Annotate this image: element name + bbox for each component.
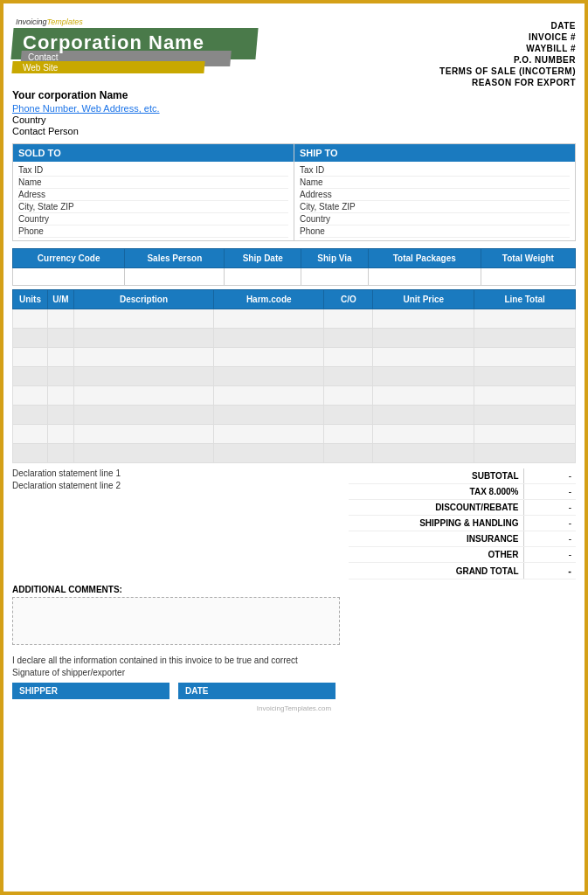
item-row-0-col-2[interactable] <box>74 309 214 329</box>
item-row-1-col-3[interactable] <box>214 329 324 348</box>
total-label-1: TAX 8.000% <box>349 484 523 500</box>
val-currency[interactable] <box>13 268 125 286</box>
item-row-0-col-5[interactable] <box>373 309 474 329</box>
invoice-page: InvoicingTemplates Corporation Name Cont… <box>0 0 588 895</box>
val-totalpackages[interactable] <box>368 268 481 286</box>
sold-tax-id: Tax ID <box>18 164 288 177</box>
item-row-0-col-1[interactable] <box>48 309 74 329</box>
total-label-0: SUBTOTAL <box>349 468 523 484</box>
address-section: SOLD TO Tax ID Name Adress City, State Z… <box>12 143 576 241</box>
invoice-row: INVOICE # <box>401 32 576 42</box>
item-row-1-col-1[interactable] <box>48 329 74 348</box>
item-row-7-col-4[interactable] <box>324 444 373 463</box>
item-row-6-col-0[interactable] <box>13 425 48 444</box>
item-row-6-col-4[interactable] <box>324 425 373 444</box>
reason-row: REASON FOR EXPORT <box>401 78 576 87</box>
item-row-0-col-6[interactable] <box>474 309 576 329</box>
item-row-4-col-6[interactable] <box>474 386 576 406</box>
item-row-4-col-2[interactable] <box>74 386 214 406</box>
item-row-6-col-3[interactable] <box>214 425 324 444</box>
item-row-1-col-0[interactable] <box>13 329 48 348</box>
item-row-1-col-4[interactable] <box>324 329 373 348</box>
item-row-3-col-0[interactable] <box>13 367 48 386</box>
terms-row: TERMS OF SALE (INCOTERM) <box>401 66 576 76</box>
waybill-label: WAYBILL # <box>526 44 576 53</box>
col-currency: Currency Code <box>13 249 125 268</box>
item-row-4-col-4[interactable] <box>324 386 373 406</box>
val-shipvia[interactable] <box>301 268 369 286</box>
item-row-1-col-6[interactable] <box>474 329 576 348</box>
item-row-2-col-0[interactable] <box>13 348 48 367</box>
sold-phone: Phone <box>18 225 288 238</box>
ship-name: Name <box>300 177 570 189</box>
item-row-3-col-5[interactable] <box>373 367 474 386</box>
item-row-2-col-2[interactable] <box>74 348 214 367</box>
item-row-6-col-1[interactable] <box>48 425 74 444</box>
item-row-5-col-0[interactable] <box>13 406 48 425</box>
ship-tax-id: Tax ID <box>300 164 570 177</box>
item-row-7-col-3[interactable] <box>214 444 324 463</box>
item-row-2-col-4[interactable] <box>324 348 373 367</box>
item-row-2-col-1[interactable] <box>48 348 74 367</box>
val-salesperson[interactable] <box>125 268 225 286</box>
val-shipdate[interactable] <box>225 268 301 286</box>
corp-link[interactable]: Phone Number, Web Address, etc. <box>12 103 576 114</box>
total-value-4: - <box>523 531 576 547</box>
comments-box[interactable] <box>12 597 340 645</box>
col-totalweight: Total Weight <box>481 249 575 268</box>
item-row-5-col-6[interactable] <box>474 406 576 425</box>
ship-to-col: SHIP TO Tax ID Name Address City, State … <box>294 144 575 240</box>
item-row-7-col-2[interactable] <box>74 444 214 463</box>
item-row-2-col-5[interactable] <box>373 348 474 367</box>
additional-comments-section: ADDITIONAL COMMENTS: <box>12 585 576 645</box>
item-row-6-col-6[interactable] <box>474 425 576 444</box>
corp-country: Country <box>12 114 576 125</box>
item-row-1-col-5[interactable] <box>373 329 474 348</box>
item-row-2-col-3[interactable] <box>214 348 324 367</box>
col-unitprice: Unit Price <box>373 290 474 309</box>
item-row-2-col-6[interactable] <box>474 348 576 367</box>
sold-to-body: Tax ID Name Adress City, State ZIP Count… <box>13 162 294 240</box>
col-shipdate: Ship Date <box>225 249 301 268</box>
bottom-section: Declaration statement line 1 Declaration… <box>12 468 576 579</box>
logo-corp-name: Corporation Name <box>23 31 204 54</box>
item-row-1-col-2[interactable] <box>74 329 214 348</box>
item-row-4-col-1[interactable] <box>48 386 74 406</box>
item-row-6-col-2[interactable] <box>74 425 214 444</box>
item-row-0-col-3[interactable] <box>214 309 324 329</box>
item-row-6-col-5[interactable] <box>373 425 474 444</box>
logo-contact: Contact <box>28 52 58 62</box>
val-totalweight[interactable] <box>481 268 575 286</box>
items-table: Units U/M Description Harm.code C/O Unit… <box>12 289 576 463</box>
ship-phone: Phone <box>300 225 570 238</box>
item-row-5-col-2[interactable] <box>74 406 214 425</box>
item-row-7-col-5[interactable] <box>373 444 474 463</box>
shipper-field: SHIPPER <box>12 683 169 699</box>
item-row-7-col-1[interactable] <box>48 444 74 463</box>
item-row-5-col-5[interactable] <box>373 406 474 425</box>
item-row-3-col-6[interactable] <box>474 367 576 386</box>
item-row-7-col-6[interactable] <box>474 444 576 463</box>
item-row-5-col-1[interactable] <box>48 406 74 425</box>
item-row-4-col-0[interactable] <box>13 386 48 406</box>
item-row-0-col-4[interactable] <box>324 309 373 329</box>
totals-table: SUBTOTAL-TAX 8.000%-DISCOUNT/REBATE-SHIP… <box>349 468 576 579</box>
item-row-3-col-1[interactable] <box>48 367 74 386</box>
sold-name: Name <box>18 177 288 189</box>
item-row-4-col-3[interactable] <box>214 386 324 406</box>
item-row-3-col-3[interactable] <box>214 367 324 386</box>
item-row-3-col-4[interactable] <box>324 367 373 386</box>
ship-to-body: Tax ID Name Address City, State ZIP Coun… <box>294 162 575 240</box>
date-row: DATE <box>401 21 576 31</box>
item-row-0-col-0[interactable] <box>13 309 48 329</box>
item-row-4-col-5[interactable] <box>373 386 474 406</box>
col-description: Description <box>74 290 214 309</box>
col-um: U/M <box>48 290 74 309</box>
ship-address: Address <box>300 189 570 201</box>
item-row-5-col-3[interactable] <box>214 406 324 425</box>
item-row-5-col-4[interactable] <box>324 406 373 425</box>
item-row-7-col-0[interactable] <box>13 444 48 463</box>
corp-contact: Contact Person <box>12 126 576 136</box>
item-row-3-col-2[interactable] <box>74 367 214 386</box>
shipping-table: Currency Code Sales Person Ship Date Shi… <box>12 248 576 286</box>
